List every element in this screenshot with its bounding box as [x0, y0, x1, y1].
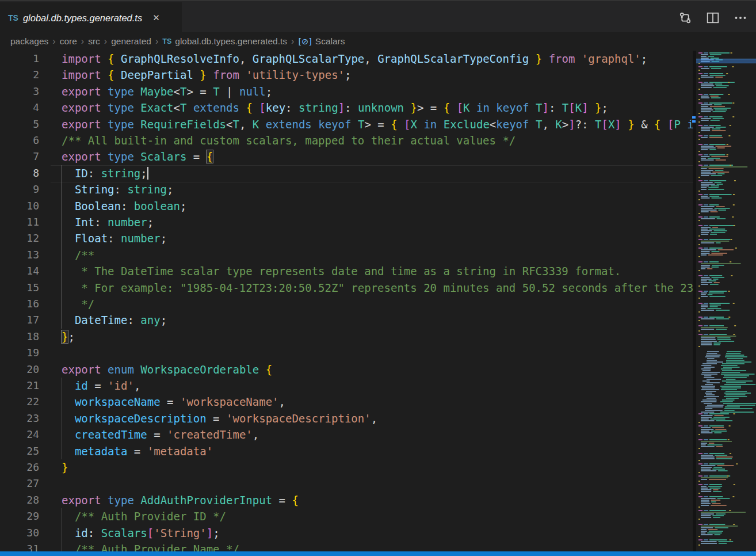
code-text: id = 'id',: [62, 378, 140, 394]
breadcrumb-file[interactable]: global.db.types.generated.ts: [175, 36, 287, 47]
code-line-30[interactable]: 30 id: Scalars['String'];: [0, 525, 693, 542]
breadcrumb-item-core[interactable]: core: [60, 36, 77, 47]
line-number: 8: [0, 165, 39, 181]
chevron-right-icon: ›: [81, 36, 84, 47]
line-number: 16: [0, 296, 39, 312]
line-number: 9: [0, 181, 39, 197]
code-line-12[interactable]: 12 Float: number;: [0, 230, 693, 247]
line-number: 17: [0, 312, 39, 328]
indent-guide: [62, 508, 62, 551]
code-line-21[interactable]: 21 id = 'id',: [0, 378, 693, 394]
code-text: /** All built-in and custom scalars, map…: [62, 132, 516, 148]
code-line-15[interactable]: 15 * For example: "1985-04-12T23:20:50.5…: [0, 280, 693, 296]
code-text: /** Auth Provider ID */: [62, 508, 226, 524]
line-number: 26: [0, 459, 39, 475]
code-line-4[interactable]: 4export type Exact<T extends { [key: str…: [0, 100, 693, 116]
code-text: workspaceDescription = 'workspaceDescrip…: [62, 410, 377, 426]
editor-tab[interactable]: TS global.db.types.generated.ts ✕: [0, 2, 182, 33]
line-number: 24: [0, 426, 39, 443]
code-line-13[interactable]: 13 /**: [0, 247, 693, 264]
code-line-7[interactable]: 7export type Scalars = {: [0, 148, 693, 165]
code-text: import { GraphQLResolveInfo, GraphQLScal…: [62, 51, 647, 67]
code-text: * For example: "1985-04-12T23:20:50.52Z"…: [62, 280, 693, 296]
breadcrumb-item-packages[interactable]: packages: [10, 36, 48, 47]
code-line-23[interactable]: 23 workspaceDescription = 'workspaceDesc…: [0, 410, 693, 427]
code-line-31[interactable]: 31 /** Auth Provider Name */: [0, 541, 693, 551]
code-text: /**: [62, 247, 94, 263]
code-line-2[interactable]: 2import { DeepPartial } from 'utility-ty…: [0, 67, 693, 83]
line-number: 7: [0, 148, 39, 165]
code-text: export enum WorkspaceOrderable {: [62, 361, 272, 378]
more-actions-icon: [734, 11, 747, 25]
code-text: workspaceName = 'workspaceName',: [62, 394, 285, 410]
line-number: 18: [0, 329, 39, 345]
code-text: export type Exact<T extends { [key: stri…: [62, 100, 608, 116]
code-text: metadata = 'metadata': [62, 443, 213, 459]
line-number: 4: [0, 100, 39, 116]
line-number: 31: [0, 541, 39, 551]
line-number: 10: [0, 198, 39, 214]
chevron-right-icon: ›: [291, 36, 294, 47]
code-line-20[interactable]: 20export enum WorkspaceOrderable {: [0, 361, 693, 378]
editor-text-area[interactable]: 1import { GraphQLResolveInfo, GraphQLSca…: [0, 51, 693, 551]
code-line-5[interactable]: 5export type RequireFields<T, K extends …: [0, 116, 693, 133]
code-line-26[interactable]: 26}: [0, 459, 693, 476]
editor-actions: [675, 2, 750, 33]
minimap[interactable]: [696, 51, 756, 551]
breadcrumb-symbol[interactable]: Scalars: [315, 36, 345, 47]
code-editor: 1import { GraphQLResolveInfo, GraphQLSca…: [0, 51, 756, 551]
code-line-22[interactable]: 22 workspaceName = 'workspaceName',: [0, 394, 693, 410]
code-text: createdTime = 'createdTime',: [62, 426, 259, 443]
code-text: Boolean: boolean;: [62, 198, 186, 214]
code-line-1[interactable]: 1import { GraphQLResolveInfo, GraphQLSca…: [0, 51, 693, 67]
code-line-8[interactable]: 8 ID: string;: [0, 165, 693, 182]
close-icon[interactable]: ✕: [150, 12, 162, 24]
code-text: export type AddAuthProviderInput = {: [62, 492, 299, 508]
breadcrumb-item-generated[interactable]: generated: [111, 36, 151, 47]
code-line-27[interactable]: 27: [0, 475, 693, 492]
code-text: export type RequireFields<T, K extends k…: [62, 116, 693, 132]
text-cursor: [147, 167, 148, 180]
code-line-24[interactable]: 24 createdTime = 'createdTime',: [0, 426, 693, 443]
tab-bar: TS global.db.types.generated.ts ✕: [0, 0, 756, 32]
code-text: */: [62, 296, 94, 312]
split-editor-button[interactable]: [703, 8, 723, 28]
line-number: 2: [0, 67, 39, 83]
code-line-17[interactable]: 17 DateTime: any;: [0, 312, 693, 329]
line-number: 22: [0, 394, 39, 410]
code-text: /** Auth Provider Name */: [62, 541, 239, 551]
line-number: 28: [0, 492, 39, 508]
open-changes-button[interactable]: [675, 8, 695, 28]
chevron-right-icon: ›: [104, 36, 107, 47]
minimap-decoration: [692, 116, 696, 119]
code-line-10[interactable]: 10 Boolean: boolean;: [0, 198, 693, 215]
code-line-11[interactable]: 11 Int: number;: [0, 214, 693, 231]
code-line-16[interactable]: 16 */: [0, 296, 693, 313]
code-line-14[interactable]: 14 * The DateTime scalar type represents…: [0, 263, 693, 280]
code-text: Float: number;: [62, 230, 167, 246]
code-line-19[interactable]: 19: [0, 345, 693, 361]
line-number: 11: [0, 214, 39, 230]
breadcrumb-item-src[interactable]: src: [88, 36, 100, 47]
code-line-9[interactable]: 9 String: string;: [0, 181, 693, 198]
indent-guide: [62, 378, 62, 459]
line-number: 20: [0, 361, 39, 378]
code-line-29[interactable]: 29 /** Auth Provider ID */: [0, 508, 693, 525]
line-number: 21: [0, 378, 39, 394]
chevron-right-icon: ›: [52, 36, 55, 47]
code-line-3[interactable]: 3export type Maybe<T> = T | null;: [0, 83, 693, 100]
code-text: id: Scalars['String'];: [62, 525, 220, 541]
line-number: 13: [0, 247, 39, 263]
line-number: 14: [0, 263, 39, 279]
more-actions-button[interactable]: [731, 8, 750, 28]
line-number: 12: [0, 230, 39, 246]
code-line-6[interactable]: 6/** All built-in and custom scalars, ma…: [0, 132, 693, 149]
line-number: 3: [0, 83, 39, 100]
code-line-28[interactable]: 28export type AddAuthProviderInput = {: [0, 492, 693, 509]
line-number: 15: [0, 280, 39, 296]
code-text: };: [62, 329, 75, 345]
code-line-25[interactable]: 25 metadata = 'metadata': [0, 443, 693, 460]
line-number: 23: [0, 410, 39, 426]
code-text: * The DateTime scalar type represents da…: [62, 263, 621, 279]
code-line-18[interactable]: 18};: [0, 329, 693, 345]
